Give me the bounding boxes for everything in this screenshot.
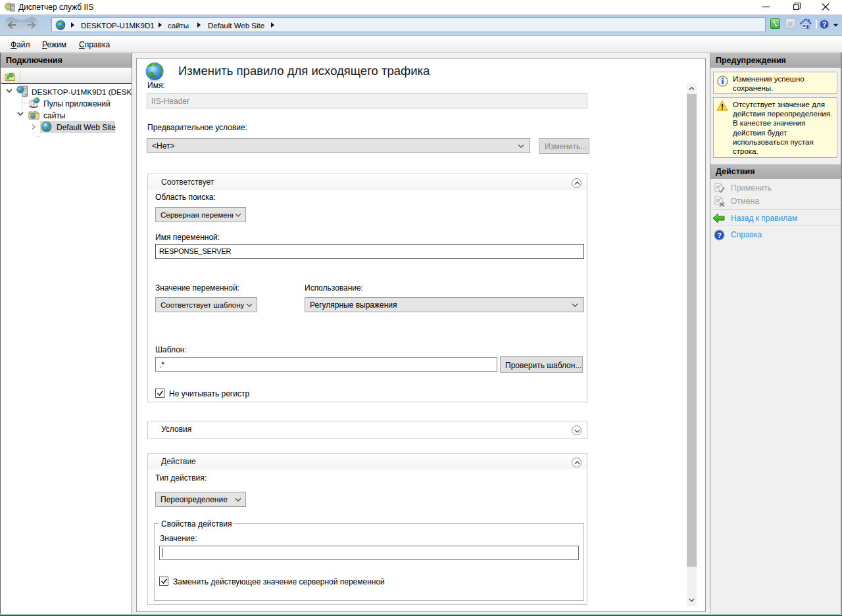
svg-text:?: ? xyxy=(717,231,722,239)
svg-text:?: ? xyxy=(822,20,827,28)
